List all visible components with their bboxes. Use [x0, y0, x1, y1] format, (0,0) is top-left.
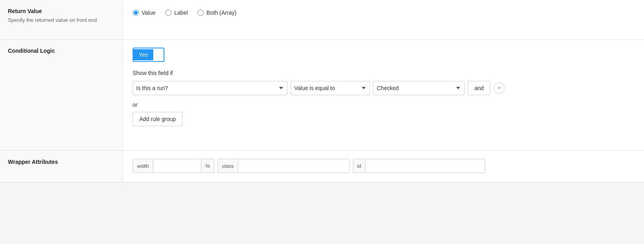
id-label: id	[353, 159, 366, 173]
wrapper-attributes-title: Wrapper Attributes	[8, 159, 115, 165]
or-label: or	[133, 102, 634, 108]
radio-input-label[interactable]	[165, 10, 172, 16]
rule-condition-select[interactable]: Value is equal to	[291, 81, 370, 95]
return-value-label-col: Return Value Specify the returned value …	[0, 0, 123, 39]
toggle-no-area	[153, 48, 164, 61]
width-input[interactable]	[153, 159, 201, 173]
add-rule-group-button[interactable]: Add rule group	[133, 112, 183, 126]
radio-input-value[interactable]	[133, 10, 139, 16]
class-input[interactable]	[238, 159, 349, 173]
percent-label: %	[201, 159, 214, 173]
class-attr-group: class	[218, 159, 350, 173]
radio-option-label[interactable]: Label	[165, 10, 188, 16]
conditional-logic-row: Conditional Logic Yes Show this field if…	[0, 40, 644, 151]
radio-label-value: Value	[142, 10, 156, 16]
rule-field-select[interactable]: Is this a run?	[133, 81, 287, 95]
id-input[interactable]	[366, 159, 485, 173]
toggle-yes-label: Yes	[133, 49, 153, 60]
class-label: class	[218, 159, 238, 173]
show-field-if-label: Show this field if	[133, 70, 634, 76]
wrapper-attrs-group: width % class id	[133, 159, 634, 173]
and-button[interactable]: and	[468, 81, 490, 95]
return-value-content: Value Label Both (Array)	[123, 0, 644, 39]
radio-option-both[interactable]: Both (Array)	[197, 10, 236, 16]
wrapper-attributes-label-col: Wrapper Attributes	[0, 151, 123, 182]
width-attr-group: width %	[133, 159, 214, 173]
remove-rule-button[interactable]: −	[494, 83, 505, 94]
radio-input-both[interactable]	[197, 10, 204, 16]
return-value-radio-group: Value Label Both (Array)	[133, 10, 634, 16]
radio-option-value[interactable]: Value	[133, 10, 156, 16]
rule-row: Is this a run? Value is equal to Checked…	[133, 81, 634, 95]
wrapper-attributes-row: Wrapper Attributes width % class id	[0, 151, 644, 183]
return-value-title: Return Value	[8, 8, 115, 14]
return-value-desc: Specify the returned value on front end	[8, 17, 115, 24]
width-label: width	[133, 159, 153, 173]
wrapper-attributes-content: width % class id	[123, 151, 644, 182]
id-attr-group: id	[353, 159, 485, 173]
radio-label-label: Label	[174, 10, 188, 16]
conditional-logic-title: Conditional Logic	[8, 48, 115, 54]
conditional-logic-label-col: Conditional Logic	[0, 40, 123, 150]
return-value-row: Return Value Specify the returned value …	[0, 0, 644, 40]
radio-label-both: Both (Array)	[206, 10, 236, 16]
conditional-logic-toggle[interactable]: Yes	[133, 48, 164, 62]
rule-value-select[interactable]: Checked	[373, 81, 465, 95]
conditional-logic-content: Yes Show this field if Is this a run? Va…	[123, 40, 644, 150]
